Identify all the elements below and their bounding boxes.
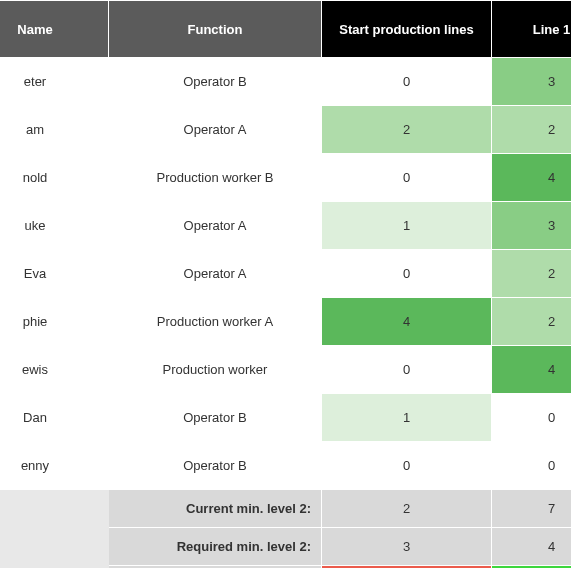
cell-skill: 2: [492, 298, 572, 346]
cell-name: am: [0, 106, 109, 154]
cell-name: enny: [0, 442, 109, 490]
cell-skill: 1: [322, 202, 492, 250]
cell-name: Dan: [0, 394, 109, 442]
cell-skill: 0: [322, 58, 492, 106]
col-header-name: Name: [0, 1, 109, 58]
table-row: Eva Operator A 0 2: [0, 250, 571, 298]
cell-skill: 2: [492, 106, 572, 154]
table-row: phie Production worker A 4 2: [0, 298, 571, 346]
table-row: am Operator A 2 2: [0, 106, 571, 154]
cell-func: Production worker: [109, 346, 322, 394]
cell-skill: 1: [322, 394, 492, 442]
table-summary: Current min. level 2: 2 7 Required min. …: [0, 490, 571, 569]
cell-skill: 4: [492, 154, 572, 202]
cell-skill: 0: [322, 250, 492, 298]
summary-value: 4: [492, 528, 572, 566]
cell-func: Operator A: [109, 202, 322, 250]
cell-func: Operator A: [109, 106, 322, 154]
cell-name: eter: [0, 58, 109, 106]
table-header-row: Name Function Start production lines Lin…: [0, 1, 571, 58]
cell-func: Operator B: [109, 58, 322, 106]
cell-func: Production worker B: [109, 154, 322, 202]
cell-skill: 4: [322, 298, 492, 346]
skill-matrix-table: Name Function Start production lines Lin…: [0, 0, 571, 568]
cell-skill: 4: [492, 346, 572, 394]
summary-row-required: Required min. level 2: 3 4: [0, 528, 571, 566]
summary-row-current: Current min. level 2: 2 7: [0, 490, 571, 528]
cell-func: Operator B: [109, 442, 322, 490]
cell-func: Operator A: [109, 250, 322, 298]
cell-skill: 0: [492, 442, 572, 490]
table-body: eter Operator B 0 3 am Operator A 2 2 no…: [0, 58, 571, 490]
summary-label: Required min. level 2:: [109, 528, 322, 566]
table-row: uke Operator A 1 3: [0, 202, 571, 250]
table-row: nold Production worker B 0 4: [0, 154, 571, 202]
cell-skill: 0: [322, 154, 492, 202]
cell-skill: 3: [492, 58, 572, 106]
cell-skill: 2: [322, 106, 492, 154]
cell-name: nold: [0, 154, 109, 202]
blank-cell: [0, 528, 109, 566]
summary-value: 2: [322, 490, 492, 528]
cell-func: Operator B: [109, 394, 322, 442]
col-header-start: Start production lines: [322, 1, 492, 58]
cell-name: Eva: [0, 250, 109, 298]
cell-name: ewis: [0, 346, 109, 394]
table-row: Dan Operator B 1 0: [0, 394, 571, 442]
cell-skill: 0: [322, 442, 492, 490]
col-header-func: Function: [109, 1, 322, 58]
table-row: eter Operator B 0 3: [0, 58, 571, 106]
cell-skill: 0: [322, 346, 492, 394]
table-row: ewis Production worker 0 4: [0, 346, 571, 394]
blank-cell: [0, 490, 109, 528]
cell-skill: 2: [492, 250, 572, 298]
cell-name: uke: [0, 202, 109, 250]
cell-skill: 3: [492, 202, 572, 250]
summary-value: 7: [492, 490, 572, 528]
cell-skill: 0: [492, 394, 572, 442]
summary-label: Current min. level 2:: [109, 490, 322, 528]
table-row: enny Operator B 0 0: [0, 442, 571, 490]
col-header-line1: Line 1: [492, 1, 572, 58]
cell-func: Production worker A: [109, 298, 322, 346]
summary-value: 3: [322, 528, 492, 566]
cell-name: phie: [0, 298, 109, 346]
